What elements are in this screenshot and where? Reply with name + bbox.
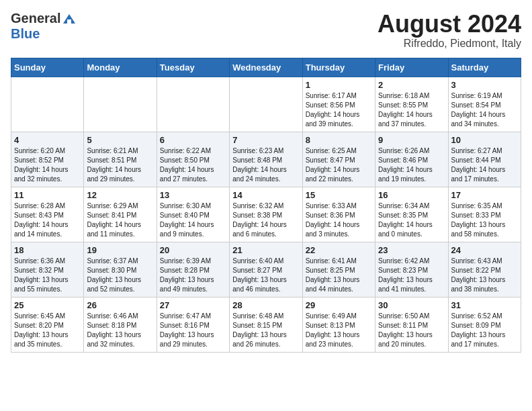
day-info: Sunrise: 6:46 AM Sunset: 8:18 PM Dayligh… [87, 312, 153, 349]
day-number: 1 [306, 80, 372, 90]
day-number: 13 [160, 190, 226, 200]
day-cell: 18Sunrise: 6:36 AM Sunset: 8:32 PM Dayli… [11, 242, 84, 297]
day-number: 29 [306, 300, 372, 310]
day-info: Sunrise: 6:41 AM Sunset: 8:25 PM Dayligh… [306, 257, 372, 294]
day-info: Sunrise: 6:18 AM Sunset: 8:55 PM Dayligh… [378, 91, 445, 129]
day-cell: 29Sunrise: 6:49 AM Sunset: 8:13 PM Dayli… [302, 297, 375, 352]
day-info: Sunrise: 6:45 AM Sunset: 8:20 PM Dayligh… [14, 312, 81, 349]
day-number: 30 [378, 300, 445, 310]
day-info: Sunrise: 6:36 AM Sunset: 8:32 PM Dayligh… [14, 257, 81, 294]
week-row-4: 18Sunrise: 6:36 AM Sunset: 8:32 PM Dayli… [11, 242, 521, 297]
col-wednesday: Wednesday [230, 58, 302, 77]
day-info: Sunrise: 6:17 AM Sunset: 8:56 PM Dayligh… [306, 91, 372, 129]
week-row-1: 1Sunrise: 6:17 AM Sunset: 8:56 PM Daylig… [11, 77, 521, 132]
day-cell: 11Sunrise: 6:28 AM Sunset: 8:43 PM Dayli… [11, 187, 84, 242]
day-number: 24 [451, 245, 518, 255]
col-friday: Friday [375, 58, 448, 77]
logo: General Blue [11, 11, 77, 42]
col-thursday: Thursday [302, 58, 375, 77]
day-info: Sunrise: 6:39 AM Sunset: 8:28 PM Dayligh… [160, 257, 226, 294]
day-cell: 15Sunrise: 6:33 AM Sunset: 8:36 PM Dayli… [302, 187, 375, 242]
day-number: 31 [451, 300, 518, 310]
day-info: Sunrise: 6:37 AM Sunset: 8:30 PM Dayligh… [87, 257, 153, 294]
day-cell: 2Sunrise: 6:18 AM Sunset: 8:55 PM Daylig… [375, 77, 448, 132]
calendar-table: Sunday Monday Tuesday Wednesday Thursday… [11, 58, 521, 353]
day-number: 23 [378, 245, 445, 255]
calendar-title: August 2024 [378, 11, 521, 38]
day-number: 22 [306, 245, 372, 255]
day-cell: 10Sunrise: 6:27 AM Sunset: 8:44 PM Dayli… [448, 132, 521, 187]
day-number: 7 [232, 135, 299, 145]
day-info: Sunrise: 6:34 AM Sunset: 8:35 PM Dayligh… [378, 201, 445, 239]
day-info: Sunrise: 6:29 AM Sunset: 8:41 PM Dayligh… [87, 201, 153, 239]
day-number: 5 [87, 135, 153, 145]
week-row-3: 11Sunrise: 6:28 AM Sunset: 8:43 PM Dayli… [11, 187, 521, 242]
day-cell: 23Sunrise: 6:42 AM Sunset: 8:23 PM Dayli… [375, 242, 448, 297]
header-row: Sunday Monday Tuesday Wednesday Thursday… [11, 58, 521, 77]
day-info: Sunrise: 6:26 AM Sunset: 8:46 PM Dayligh… [378, 146, 445, 184]
day-cell: 19Sunrise: 6:37 AM Sunset: 8:30 PM Dayli… [84, 242, 157, 297]
day-info: Sunrise: 6:49 AM Sunset: 8:13 PM Dayligh… [306, 312, 372, 349]
day-info: Sunrise: 6:25 AM Sunset: 8:47 PM Dayligh… [306, 146, 372, 184]
day-info: Sunrise: 6:42 AM Sunset: 8:23 PM Dayligh… [378, 257, 445, 294]
day-number: 11 [14, 190, 81, 200]
calendar-subtitle: Rifreddo, Piedmont, Italy [378, 38, 521, 50]
day-cell: 22Sunrise: 6:41 AM Sunset: 8:25 PM Dayli… [302, 242, 375, 297]
day-number: 27 [160, 300, 226, 310]
day-number: 6 [160, 135, 226, 145]
logo-blue: Blue [11, 26, 40, 41]
logo-icon [62, 11, 77, 26]
day-info: Sunrise: 6:32 AM Sunset: 8:38 PM Dayligh… [232, 201, 299, 239]
col-tuesday: Tuesday [157, 58, 229, 77]
day-cell: 9Sunrise: 6:26 AM Sunset: 8:46 PM Daylig… [375, 132, 448, 187]
day-info: Sunrise: 6:22 AM Sunset: 8:50 PM Dayligh… [160, 146, 226, 184]
day-number: 17 [451, 190, 518, 200]
day-info: Sunrise: 6:35 AM Sunset: 8:33 PM Dayligh… [451, 201, 518, 239]
day-info: Sunrise: 6:43 AM Sunset: 8:22 PM Dayligh… [451, 257, 518, 294]
day-cell: 21Sunrise: 6:40 AM Sunset: 8:27 PM Dayli… [230, 242, 302, 297]
day-number: 28 [232, 300, 299, 310]
logo-general: General [11, 11, 60, 26]
main-container: General Blue August 2024 Rifreddo, Piedm… [0, 0, 532, 358]
day-number: 14 [232, 190, 299, 200]
title-block: August 2024 Rifreddo, Piedmont, Italy [378, 11, 521, 50]
day-number: 19 [87, 245, 153, 255]
day-cell: 6Sunrise: 6:22 AM Sunset: 8:50 PM Daylig… [157, 132, 229, 187]
day-cell: 24Sunrise: 6:43 AM Sunset: 8:22 PM Dayli… [448, 242, 521, 297]
day-info: Sunrise: 6:28 AM Sunset: 8:43 PM Dayligh… [14, 201, 81, 239]
day-cell: 30Sunrise: 6:50 AM Sunset: 8:11 PM Dayli… [375, 297, 448, 352]
day-number: 16 [378, 190, 445, 200]
day-cell: 31Sunrise: 6:52 AM Sunset: 8:09 PM Dayli… [448, 297, 521, 352]
day-info: Sunrise: 6:33 AM Sunset: 8:36 PM Dayligh… [306, 201, 372, 239]
day-number: 26 [87, 300, 153, 310]
day-cell: 1Sunrise: 6:17 AM Sunset: 8:56 PM Daylig… [302, 77, 375, 132]
day-cell: 27Sunrise: 6:47 AM Sunset: 8:16 PM Dayli… [157, 297, 229, 352]
day-number: 3 [451, 80, 518, 90]
day-cell [157, 77, 229, 132]
day-cell [230, 77, 302, 132]
week-row-2: 4Sunrise: 6:20 AM Sunset: 8:52 PM Daylig… [11, 132, 521, 187]
day-cell: 7Sunrise: 6:23 AM Sunset: 8:48 PM Daylig… [230, 132, 302, 187]
day-number: 2 [378, 80, 445, 90]
day-number: 12 [87, 190, 153, 200]
day-info: Sunrise: 6:27 AM Sunset: 8:44 PM Dayligh… [451, 146, 518, 184]
day-number: 18 [14, 245, 81, 255]
day-cell: 5Sunrise: 6:21 AM Sunset: 8:51 PM Daylig… [84, 132, 157, 187]
day-number: 20 [160, 245, 226, 255]
day-cell: 8Sunrise: 6:25 AM Sunset: 8:47 PM Daylig… [302, 132, 375, 187]
day-cell: 3Sunrise: 6:19 AM Sunset: 8:54 PM Daylig… [448, 77, 521, 132]
col-monday: Monday [84, 58, 157, 77]
day-number: 10 [451, 135, 518, 145]
day-info: Sunrise: 6:47 AM Sunset: 8:16 PM Dayligh… [160, 312, 226, 349]
day-cell: 4Sunrise: 6:20 AM Sunset: 8:52 PM Daylig… [11, 132, 84, 187]
header: General Blue August 2024 Rifreddo, Piedm… [11, 11, 521, 50]
day-cell [84, 77, 157, 132]
day-info: Sunrise: 6:23 AM Sunset: 8:48 PM Dayligh… [232, 146, 299, 184]
day-cell: 20Sunrise: 6:39 AM Sunset: 8:28 PM Dayli… [157, 242, 229, 297]
day-info: Sunrise: 6:19 AM Sunset: 8:54 PM Dayligh… [451, 91, 518, 129]
svg-marker-1 [67, 19, 71, 24]
day-number: 25 [14, 300, 81, 310]
day-cell: 12Sunrise: 6:29 AM Sunset: 8:41 PM Dayli… [84, 187, 157, 242]
day-cell: 26Sunrise: 6:46 AM Sunset: 8:18 PM Dayli… [84, 297, 157, 352]
day-cell: 14Sunrise: 6:32 AM Sunset: 8:38 PM Dayli… [230, 187, 302, 242]
